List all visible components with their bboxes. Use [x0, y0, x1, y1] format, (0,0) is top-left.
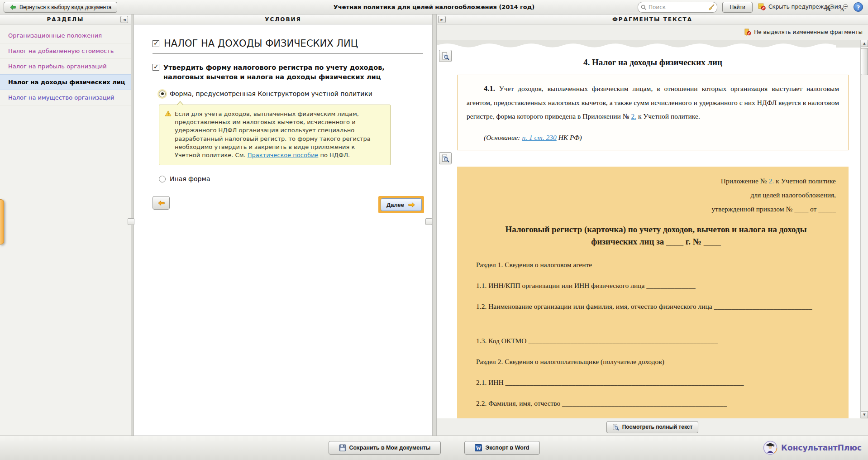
fragment-section-heading: 4. Налог на доходы физических лиц: [457, 58, 849, 67]
font-decrease-button[interactable]: A −: [839, 2, 849, 12]
splitter-left-handle[interactable]: [128, 218, 134, 225]
help-button[interactable]: ?: [854, 2, 863, 12]
option-other-label: Иная форма: [170, 175, 210, 182]
scroll-down-button[interactable]: ▼: [861, 411, 868, 418]
floppy-disk-icon: [339, 444, 346, 451]
sidebar-item-ndfl-active[interactable]: Налог на доходы физических лиц: [0, 74, 131, 90]
clause-number: 4.1.: [484, 84, 495, 93]
appendix-2-link[interactable]: 2.: [631, 112, 636, 120]
register-line: 2.1. ИНН _______________________________…: [476, 379, 836, 387]
section-checkbox[interactable]: [153, 40, 159, 47]
scrollbar-thumb[interactable]: [861, 48, 868, 75]
toggle-highlight-label: Не выделять измененные фрагменты: [754, 29, 863, 35]
toggle-highlight-fragments-button[interactable]: Не выделять измененные фрагменты: [744, 29, 863, 36]
appendix-corner-block: Приложение № 2. к Учетной политике для ц…: [476, 174, 836, 216]
orange-arrow-right-icon: [407, 201, 416, 208]
consultantplus-logo[interactable]: КонсультантПлюс: [763, 441, 862, 455]
question-checkbox[interactable]: [153, 64, 159, 71]
conditions-panel-title: УСЛОВИЯ: [265, 16, 301, 23]
zoom-fragment-2-button[interactable]: [439, 152, 452, 164]
search-input[interactable]: [649, 4, 708, 10]
register-title: Налоговый регистр (карточка) по учету до…: [494, 223, 818, 248]
splitter-right[interactable]: [432, 14, 437, 436]
option-constructor-row[interactable]: Форма, предусмотренная Конструктором уче…: [159, 90, 423, 97]
clause-4-1-text: 4.1. Учет доходов, выплаченных физически…: [467, 81, 839, 124]
register-line: ______________________________________: [476, 316, 836, 324]
practical-guide-link[interactable]: Практическое пособие: [248, 152, 319, 158]
expand-conditions-button[interactable]: ►: [438, 16, 446, 23]
option-other-radio[interactable]: [159, 176, 166, 182]
word-icon: W: [475, 444, 482, 451]
sidebar-item-imushchestvo[interactable]: Налог на имущество организаций: [0, 90, 131, 105]
scroll-up-button[interactable]: ▲: [861, 40, 868, 47]
clause-basis: (Основание: п. 1 ст. 230 НК РФ): [467, 134, 839, 142]
find-button[interactable]: Найти: [722, 2, 753, 13]
appendix-corner-line1: Приложение № 2. к Учетной политике: [476, 174, 836, 188]
app-window: Вернуться к выбору вида документа Учетна…: [0, 0, 868, 460]
find-button-label: Найти: [730, 4, 745, 10]
appendix-corner-tail: к Учетной политике: [774, 177, 836, 185]
wizard-nav-row: Далее: [153, 196, 424, 213]
search-icon: [641, 5, 647, 10]
section-divider: [153, 53, 423, 54]
option-constructor-label: Форма, предусмотренная Конструктором уче…: [170, 90, 372, 97]
statute-link[interactable]: п. 1 ст. 230: [522, 134, 556, 141]
save-to-my-documents-button[interactable]: Сохранить в Мои документы: [329, 441, 441, 455]
font-increase-button[interactable]: A +: [825, 2, 835, 12]
splitter-right-handle[interactable]: [425, 218, 432, 225]
sections-sidebar: РАЗДЕЛЫ ◄ Организационные положения Нало…: [0, 14, 131, 436]
next-button-focus-frame: Далее: [378, 196, 424, 213]
minus-icon: −: [843, 4, 848, 9]
side-flyout-tab[interactable]: [0, 199, 4, 244]
top-toolbar: Вернуться к выбору вида документа Учетна…: [0, 0, 868, 14]
register-line: 1.1. ИНН/КПП организации или ИНН физичес…: [476, 282, 836, 290]
register-line: Раздел 2. Сведения о налогоплательщике (…: [476, 358, 836, 366]
bottom-toolbar: Сохранить в Мои документы W Экспорт в Wo…: [0, 436, 868, 460]
appendix-corner-link[interactable]: 2.: [768, 177, 774, 185]
basis-prefix: (Основание:: [484, 134, 522, 141]
sections-panel-header: РАЗДЕЛЫ ◄: [0, 14, 131, 24]
section-title-row: НАЛОГ НА ДОХОДЫ ФИЗИЧЕСКИХ ЛИЦ: [153, 38, 423, 49]
plus-icon: +: [830, 4, 834, 9]
option-other-row[interactable]: Иная форма: [159, 175, 423, 182]
sidebar-item-org-polozheniya[interactable]: Организационные положения: [0, 28, 131, 43]
register-line: 2.2. Фамилия, имя, отчество ____________…: [476, 399, 836, 407]
document-magnifier-icon: [612, 424, 619, 431]
next-step-button[interactable]: Далее: [381, 198, 422, 211]
torn-paper-edge: [437, 42, 836, 48]
register-line: Раздел 1. Сведения о налоговом агенте: [476, 261, 836, 269]
fragments-toolbar: Не выделять измененные фрагменты: [437, 24, 868, 40]
sidebar-item-nds[interactable]: Налог на добавленную стоимость: [0, 43, 131, 59]
fragments-panel: ► ФРАГМЕНТЫ ТЕКСТА Не выделять измененны…: [437, 14, 868, 436]
zoom-fragment-1-button[interactable]: [439, 50, 452, 62]
clear-search-broom-icon[interactable]: [708, 4, 715, 11]
conditions-panel: УСЛОВИЯ НАЛОГ НА ДОХОДЫ ФИЗИЧЕСКИХ ЛИЦ У…: [134, 14, 432, 436]
question-row: Утвердить форму налогового регистра по у…: [153, 63, 423, 82]
previous-step-button[interactable]: [153, 196, 170, 210]
document-scrollbar[interactable]: ▲ ▼: [860, 40, 868, 418]
collapse-sidebar-button[interactable]: ◄: [120, 16, 128, 23]
fragments-panel-title: ФРАГМЕНТЫ ТЕКСТА: [612, 16, 692, 23]
save-button-label: Сохранить в Мои документы: [349, 445, 431, 451]
fragments-footer: Посмотреть полный текст: [437, 418, 868, 436]
register-line: 1.3. Код ОКТМО _________________________…: [476, 337, 836, 345]
consultantplus-logo-icon: [763, 441, 777, 455]
conditions-panel-header: УСЛОВИЯ: [134, 14, 432, 24]
highlight-marker-icon: [744, 29, 751, 36]
hint-note-text-tail: по НДФЛ.: [318, 152, 350, 158]
hint-note-text: Если для учета доходов, выплаченных физи…: [175, 110, 374, 159]
section-title: НАЛОГ НА ДОХОДЫ ФИЗИЧЕСКИХ ЛИЦ: [164, 38, 358, 49]
fragments-panel-header: ► ФРАГМЕНТЫ ТЕКСТА: [437, 14, 868, 24]
view-full-text-button[interactable]: Посмотреть полный текст: [606, 421, 699, 433]
option-constructor-radio[interactable]: [159, 91, 166, 97]
export-to-word-button[interactable]: W Экспорт в Word: [464, 441, 539, 455]
clause-tail-text: к Учетной политике.: [636, 112, 700, 120]
view-full-text-label: Посмотреть полный текст: [622, 424, 693, 430]
document-paper: 4. Налог на доходы физических лиц 4.1. У…: [437, 40, 860, 418]
sidebar-item-pribyl[interactable]: Налог на прибыль организаций: [0, 59, 131, 74]
basis-tail: НК РФ): [557, 134, 582, 141]
consultantplus-logo-text: КонсультантПлюс: [781, 443, 862, 452]
conditions-body: НАЛОГ НА ДОХОДЫ ФИЗИЧЕСКИХ ЛИЦ Утвердить…: [134, 24, 432, 213]
warning-icon: [165, 110, 172, 159]
document-preview-area: 4. Налог на доходы физических лиц 4.1. У…: [437, 40, 868, 418]
